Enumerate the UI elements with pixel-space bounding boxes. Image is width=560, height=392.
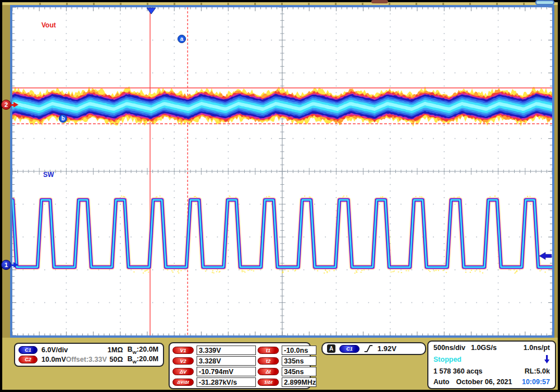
t2-value: 335ns: [282, 356, 316, 366]
cursor-b-handle[interactable]: b: [59, 114, 67, 123]
rising-edge-slope-icon: [363, 344, 374, 353]
v2-value: 3.328V: [197, 356, 256, 366]
channel2-impedance: 50Ω: [107, 356, 123, 363]
horizontal-acquisition-panel[interactable]: 500ns/div 1.0GS/s 1.0ns/pt Stopped 1 578…: [427, 340, 556, 389]
trigger-settings-panel[interactable]: A C1 1.92V: [321, 342, 426, 355]
down-arrow-icon: [544, 354, 550, 364]
acquisition-count-row: 1 578 360 acqs RL:5.0k: [433, 367, 550, 375]
timebase-row: 500ns/div 1.0GS/s 1.0ns/pt: [433, 344, 550, 352]
v1-badge: V1: [172, 347, 194, 354]
acquisition-status: Stopped: [433, 356, 461, 363]
trigger-a-badge: A: [327, 344, 335, 353]
trigger-level-icon[interactable]: [539, 253, 552, 260]
vout-waveform-label: Vout: [41, 21, 56, 29]
channel2-offset: Offset:3.33V: [66, 356, 107, 363]
t1-value: -10.0ns: [282, 346, 316, 355]
cursor-a-handle[interactable]: a: [178, 35, 186, 43]
channel1-settings-row[interactable]: C1 6.0V/div 1MΩ BW:20.0M: [18, 346, 158, 355]
channel-settings-panel[interactable]: C1 6.0V/div 1MΩ BW:20.0M C2 10.0mV Offse…: [14, 343, 164, 367]
bezel-left-strip: [2, 5, 10, 338]
acquisition-count: 1 578 360 acqs: [433, 367, 483, 375]
bottom-border: [0, 390, 560, 392]
dv-dt-badge: ΔV/Δt: [172, 379, 194, 386]
v1-value: 3.339V: [197, 346, 256, 355]
bezel-right-strip: [554, 5, 558, 338]
channel2-position-badge[interactable]: 2: [1, 100, 11, 110]
inv-dt-badge: 1/Δt: [258, 379, 279, 386]
resolution-value: 1.0ns/pt: [524, 344, 550, 352]
delta-v-value: -10.794mV: [197, 367, 256, 376]
channel1-arrow-icon: [13, 262, 18, 268]
trigger-level-value: 1.92V: [377, 344, 396, 353]
trigger-mode: Auto: [433, 378, 449, 386]
delta-v-badge: ΔV: [172, 368, 194, 375]
channel1-badge[interactable]: C1: [18, 346, 38, 354]
trigger-position-icon[interactable]: [147, 8, 156, 14]
acquisition-status-row: Stopped: [433, 354, 550, 364]
trigger-source-badge: C1: [339, 345, 360, 353]
trigger-mode-date-row: Auto October 06, 2021 10:09:57: [433, 378, 550, 386]
channel2-arrow-icon: [13, 102, 18, 108]
waveform-canvas[interactable]: [12, 7, 552, 335]
bezel-tab-cyan: [535, 0, 554, 5]
time-value: 10:09:57: [522, 378, 550, 386]
date-value: October 06, 2021: [456, 378, 512, 386]
channel2-settings-row[interactable]: C2 10.0mV Offset:3.33V 50Ω BW:20.0M: [18, 355, 158, 365]
channel1-impedance: 1MΩ: [100, 346, 123, 354]
cursor-readout-panel[interactable]: V1 3.339V t1 -10.0ns V2 3.328V t2 335ns …: [169, 342, 311, 389]
sw-waveform-label: SW: [43, 171, 54, 179]
sample-rate-value: 1.0GS/s: [471, 344, 497, 352]
channel2-scale: 10.0mV: [41, 356, 66, 363]
channel1-position-badge[interactable]: 1: [1, 260, 11, 270]
oscilloscope-screen: Vout SW a b 2 1 C1 6.0V/div 1MΩ BW:20.0M…: [0, 0, 560, 392]
dv-dt-value: -31.287kV/s: [197, 377, 256, 387]
waveform-display-area[interactable]: [10, 5, 554, 338]
inv-dt-value: 2.899MHz: [282, 377, 316, 387]
channel1-bandwidth: BW:20.0M: [128, 346, 159, 355]
timebase-value: 500ns/div: [433, 344, 465, 352]
record-length: RL:5.0k: [525, 367, 550, 375]
channel2-bandwidth: BW:20.0M: [128, 355, 159, 365]
channel1-scale: 6.0V/div: [41, 346, 76, 354]
delta-t-badge: Δt: [258, 368, 279, 375]
delta-t-value: 345ns: [282, 367, 316, 376]
graticule-grid: [12, 7, 552, 335]
t1-badge: t1: [258, 347, 279, 354]
channel2-badge[interactable]: C2: [18, 356, 38, 363]
t2-badge: t2: [258, 357, 279, 365]
bezel-tab-brown: [371, 0, 388, 3]
v2-badge: V2: [172, 357, 194, 365]
